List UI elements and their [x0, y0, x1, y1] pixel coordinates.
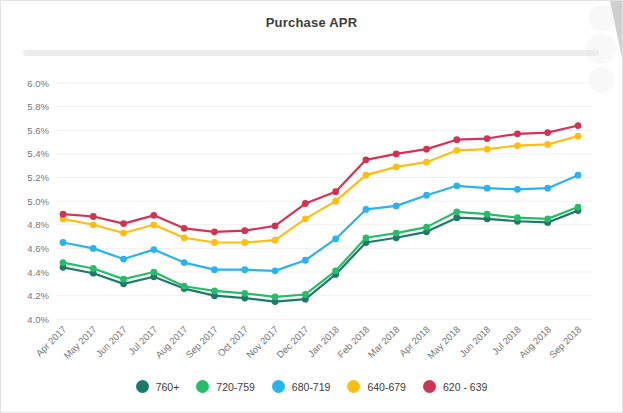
- x-axis-tick-label: Jun 2017: [94, 324, 129, 359]
- x-axis-tick-label: Mar 2018: [365, 324, 401, 360]
- legend-label: 720-759: [216, 381, 255, 393]
- data-point-720-759[interactable]: [332, 267, 339, 274]
- data-point-680-719[interactable]: [90, 245, 97, 252]
- data-point-720-759[interactable]: [272, 293, 279, 300]
- data-point-720-759[interactable]: [575, 204, 582, 211]
- x-axis-tick-label: Sep 2017: [183, 324, 220, 361]
- data-point-680-719[interactable]: [484, 185, 491, 192]
- data-point-620 - 639[interactable]: [363, 156, 370, 163]
- data-point-620 - 639[interactable]: [544, 129, 551, 136]
- data-point-720-759[interactable]: [453, 208, 460, 215]
- data-point-640-679[interactable]: [150, 221, 157, 228]
- data-point-620 - 639[interactable]: [150, 212, 157, 219]
- data-point-640-679[interactable]: [423, 159, 430, 166]
- data-point-640-679[interactable]: [272, 237, 279, 244]
- y-axis-tick-label: 6.0%: [27, 78, 49, 89]
- legend-item-720-759[interactable]: 720-759: [196, 380, 255, 393]
- series-line-760+: [63, 211, 578, 302]
- data-point-620 - 639[interactable]: [484, 135, 491, 142]
- data-point-680-719[interactable]: [211, 266, 218, 273]
- legend-item-640-679[interactable]: 640-679: [347, 380, 406, 393]
- x-axis-tick-label: Aug 2018: [517, 324, 554, 361]
- data-point-680-719[interactable]: [60, 239, 67, 246]
- y-axis-tick-label: 4.4%: [27, 267, 49, 278]
- data-point-620 - 639[interactable]: [332, 188, 339, 195]
- data-point-680-719[interactable]: [150, 246, 157, 253]
- data-point-640-679[interactable]: [241, 239, 248, 246]
- x-axis-tick-label: Feb 2018: [335, 324, 371, 360]
- data-point-620 - 639[interactable]: [241, 227, 248, 234]
- data-point-640-679[interactable]: [393, 163, 400, 170]
- data-point-720-759[interactable]: [514, 214, 521, 221]
- data-point-620 - 639[interactable]: [60, 211, 67, 218]
- series-line-680-719: [63, 175, 578, 271]
- data-point-620 - 639[interactable]: [575, 122, 582, 129]
- data-point-620 - 639[interactable]: [211, 228, 218, 235]
- data-point-640-679[interactable]: [514, 142, 521, 149]
- data-point-640-679[interactable]: [544, 141, 551, 148]
- data-point-720-759[interactable]: [484, 211, 491, 218]
- y-axis-tick-label: 4.8%: [27, 219, 49, 230]
- data-point-680-719[interactable]: [393, 202, 400, 209]
- data-point-640-679[interactable]: [120, 230, 127, 237]
- legend-color-dot: [196, 380, 209, 393]
- y-axis-tick-label: 5.4%: [27, 148, 49, 159]
- y-axis-tick-label: 4.2%: [27, 290, 49, 301]
- x-axis-tick-label: Nov 2017: [244, 324, 281, 361]
- data-point-680-719[interactable]: [241, 266, 248, 273]
- legend-item-620 - 639[interactable]: 620 - 639: [423, 380, 487, 393]
- y-axis-tick-label: 5.8%: [27, 101, 49, 112]
- subtitle-placeholder-bar: [23, 50, 599, 56]
- data-point-720-759[interactable]: [241, 290, 248, 297]
- data-point-620 - 639[interactable]: [302, 200, 309, 207]
- data-point-620 - 639[interactable]: [181, 225, 188, 232]
- y-axis-tick-label: 5.0%: [27, 196, 49, 207]
- data-point-760+[interactable]: [453, 214, 460, 221]
- data-point-640-679[interactable]: [302, 215, 309, 222]
- data-point-680-719[interactable]: [302, 257, 309, 264]
- data-point-620 - 639[interactable]: [423, 146, 430, 153]
- data-point-720-759[interactable]: [150, 269, 157, 276]
- x-axis-tick-label: May 2017: [61, 324, 98, 361]
- data-point-640-679[interactable]: [363, 172, 370, 179]
- data-point-640-679[interactable]: [332, 198, 339, 205]
- data-point-680-719[interactable]: [332, 236, 339, 243]
- data-point-720-759[interactable]: [120, 276, 127, 283]
- data-point-640-679[interactable]: [575, 133, 582, 140]
- legend-item-680-719[interactable]: 680-719: [272, 380, 331, 393]
- data-point-620 - 639[interactable]: [393, 150, 400, 157]
- data-point-620 - 639[interactable]: [453, 136, 460, 143]
- data-point-720-759[interactable]: [90, 265, 97, 272]
- data-point-680-719[interactable]: [453, 182, 460, 189]
- data-point-680-719[interactable]: [544, 185, 551, 192]
- chart-legend: 760+720-759680-719640-679620 - 639: [1, 380, 622, 393]
- legend-item-760+[interactable]: 760+: [136, 380, 180, 393]
- data-point-680-719[interactable]: [514, 186, 521, 193]
- data-point-720-759[interactable]: [363, 234, 370, 241]
- data-point-720-759[interactable]: [302, 291, 309, 298]
- data-point-640-679[interactable]: [181, 234, 188, 241]
- y-axis-tick-label: 4.6%: [27, 243, 49, 254]
- data-point-620 - 639[interactable]: [514, 130, 521, 137]
- data-point-640-679[interactable]: [90, 221, 97, 228]
- data-point-680-719[interactable]: [120, 256, 127, 263]
- data-point-720-759[interactable]: [211, 288, 218, 295]
- y-axis-tick-label: 5.2%: [27, 172, 49, 183]
- data-point-680-719[interactable]: [363, 206, 370, 213]
- data-point-620 - 639[interactable]: [120, 220, 127, 227]
- data-point-720-759[interactable]: [181, 283, 188, 290]
- data-point-720-759[interactable]: [60, 259, 67, 266]
- data-point-620 - 639[interactable]: [272, 223, 279, 230]
- x-axis-tick-label: Sep 2018: [547, 324, 584, 361]
- data-point-680-719[interactable]: [272, 267, 279, 274]
- data-point-720-759[interactable]: [423, 224, 430, 231]
- data-point-680-719[interactable]: [575, 172, 582, 179]
- data-point-680-719[interactable]: [423, 192, 430, 199]
- data-point-720-759[interactable]: [544, 215, 551, 222]
- data-point-640-679[interactable]: [453, 147, 460, 154]
- data-point-720-759[interactable]: [393, 230, 400, 237]
- data-point-680-719[interactable]: [181, 259, 188, 266]
- data-point-640-679[interactable]: [211, 239, 218, 246]
- data-point-620 - 639[interactable]: [90, 213, 97, 220]
- data-point-640-679[interactable]: [484, 146, 491, 153]
